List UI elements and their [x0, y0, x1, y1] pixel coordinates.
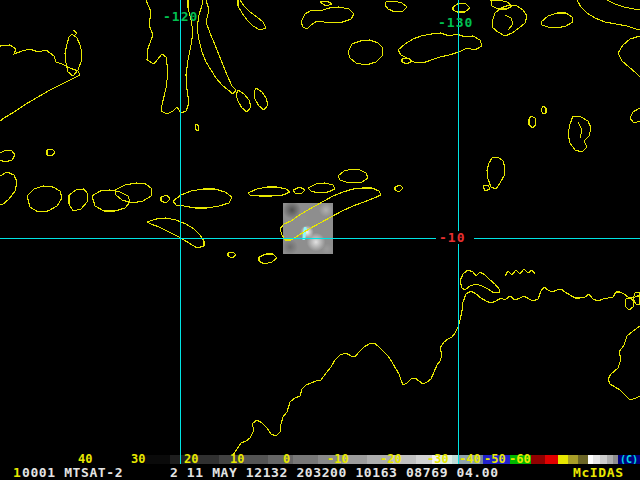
coastline-kai	[529, 116, 536, 128]
gridline-horizontal	[474, 238, 640, 239]
coastline-australia-se-coast	[608, 326, 640, 400]
datetime-info: 2 11 MAY 12132 203200 10163 08769 04.00	[170, 466, 499, 479]
coastline-obi	[492, 5, 527, 36]
coastline-chain-sumbawa-e	[69, 189, 88, 211]
coastline-buru	[348, 40, 383, 65]
coastline-chain-solor	[248, 187, 290, 196]
coastline-gulf-islets	[505, 269, 535, 276]
coastline-sulawesi-ne-arm	[238, 0, 266, 30]
grid-label--130: -130	[438, 16, 473, 29]
coastline-muna	[254, 88, 268, 110]
coastline-ambon	[402, 58, 412, 64]
coastline-chain-lombok	[0, 172, 17, 205]
coastline-aru-inner	[578, 122, 582, 138]
grid-label--10: -10	[437, 231, 467, 244]
coastline-sula-group	[301, 7, 354, 29]
coastline-tanimbar	[487, 157, 505, 189]
coastline-wetar-islet	[395, 185, 403, 192]
coastline-chain-flores	[173, 189, 232, 208]
coastline-melville	[460, 270, 500, 293]
coastline-new-guinea-top	[607, 0, 640, 10]
coastline-tanimbar-islet	[483, 185, 490, 191]
mcidas-window: -120-130-10 (C) 403020100-10-20-30-40-50…	[0, 0, 640, 480]
coastline-savu-2	[259, 254, 277, 264]
gridline-horizontal	[0, 238, 436, 239]
coastline-chain-islet-b	[161, 195, 170, 203]
coastline-australia-blob-a	[625, 298, 634, 310]
coastline-chain-flores-w	[115, 183, 152, 203]
coastline-australia-main	[233, 287, 640, 455]
grid-label--120: -120	[163, 10, 198, 23]
coastline-chain-alor	[308, 183, 335, 193]
coastline-sula-top-edge	[320, 1, 332, 6]
coastline-chain-pantar	[293, 187, 305, 194]
frame-number: 1	[13, 466, 21, 479]
coastline-sumba	[147, 218, 204, 248]
coastline-savu-1	[228, 252, 236, 258]
coastline-new-guinea-bomberai	[618, 36, 640, 77]
coastline-new-guinea-head	[577, 0, 640, 30]
coastline-aru	[568, 116, 591, 152]
coastline-wetar	[338, 169, 368, 183]
coastline-borneo	[0, 45, 80, 121]
coastline-obi-curl	[505, 15, 513, 30]
coastline-chain-islet-a	[47, 149, 55, 156]
coastline-island-oval-130	[453, 3, 470, 12]
status-bar: 1 0001 MTSAT-2 2 11 MAY 12132 203200 101…	[0, 464, 640, 480]
image-id-satellite: 0001 MTSAT-2	[22, 466, 123, 479]
coastline-islet-south-sulawesi	[195, 124, 199, 131]
coastline-seram	[398, 33, 482, 63]
coastline-chain-bali-top	[0, 150, 15, 162]
coastline-layer	[0, 0, 640, 480]
coastline-banggai-top	[385, 1, 407, 12]
coastline-sulawesi-east	[197, 0, 236, 94]
coastline-new-guinea-edge-blob	[630, 108, 640, 123]
gridline-vertical	[180, 0, 181, 464]
coastline-kai-small	[541, 106, 546, 114]
coastline-chain-sumbawa-w	[27, 186, 62, 212]
coastline-timor	[280, 188, 381, 240]
map-display[interactable]: -120-130-10	[0, 0, 640, 480]
coastline-buton	[236, 90, 251, 112]
mcidas-brand: McIDAS	[573, 466, 624, 479]
coastline-misool	[541, 13, 573, 28]
